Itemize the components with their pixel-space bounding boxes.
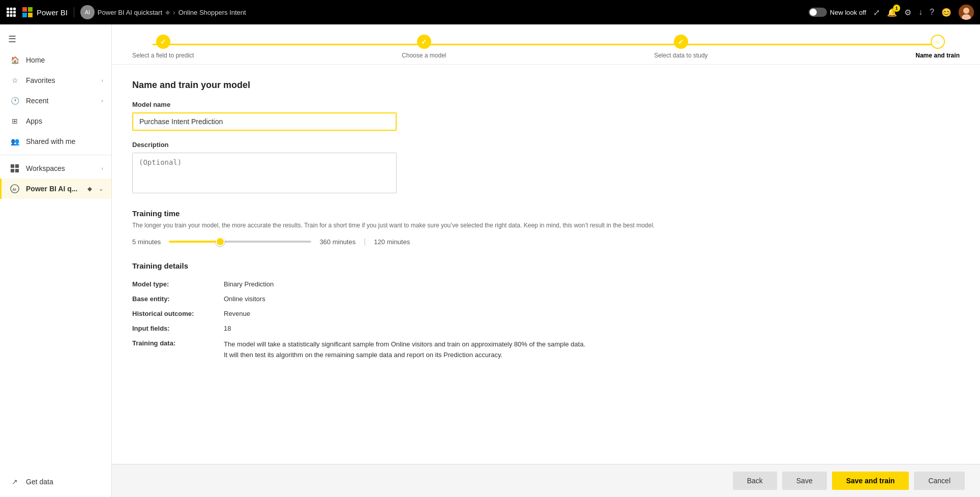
slider-max-label: 360 minutes xyxy=(319,238,355,246)
training-time-label: Training time xyxy=(132,209,960,218)
historical-outcome-key: Historical outcome: xyxy=(132,310,224,317)
svg-rect-16 xyxy=(11,164,14,168)
page-title: Name and train your model xyxy=(132,80,960,91)
svg-rect-7 xyxy=(10,14,13,17)
step-label-4: Name and train xyxy=(915,52,960,59)
model-type-key: Model type: xyxy=(132,280,224,288)
notification-badge: 1 xyxy=(893,5,900,12)
sidebar-item-get-data[interactable]: ↗ Get data xyxy=(0,472,111,492)
svg-rect-18 xyxy=(11,169,14,172)
settings-icon[interactable]: ⚙ xyxy=(904,8,911,17)
expand-icon[interactable]: ⤢ xyxy=(873,8,880,17)
step-label-1: Select a field to predict xyxy=(132,52,194,59)
step-select-field: ✓ Select a field to predict xyxy=(132,35,194,59)
toggle-knob xyxy=(810,9,817,16)
step-label-3: Select data to study xyxy=(654,52,707,59)
ai-icon: AI xyxy=(10,184,20,194)
svg-rect-17 xyxy=(15,164,19,168)
apps-icon: ⊞ xyxy=(10,116,20,126)
steps-row: ✓ Select a field to predict ✓ Choose a m… xyxy=(132,35,960,59)
download-icon[interactable]: ↓ xyxy=(918,8,923,17)
sidebar-item-workspaces-label: Workspaces xyxy=(26,164,95,172)
sidebar-item-workspaces[interactable]: Workspaces › xyxy=(0,158,111,179)
detail-row-input-fields: Input fields: 18 xyxy=(132,325,960,332)
ai-chevron-icon: ⌄ xyxy=(99,186,103,192)
content-area: ✓ Select a field to predict ✓ Choose a m… xyxy=(112,24,980,497)
sidebar-item-recent-label: Recent xyxy=(26,97,95,105)
step-label-2: Choose a model xyxy=(402,52,446,59)
slider-min-label: 5 minutes xyxy=(132,238,161,246)
base-entity-key: Base entity: xyxy=(132,295,224,303)
sidebar-item-shared-label: Shared with me xyxy=(26,137,103,145)
favorites-chevron-icon: › xyxy=(101,77,103,83)
input-fields-value: 18 xyxy=(224,325,231,332)
clock-icon: 🕐 xyxy=(10,96,20,106)
description-label: Description xyxy=(132,141,960,149)
user-avatar[interactable] xyxy=(959,5,974,20)
detail-row-historical-outcome: Historical outcome: Revenue xyxy=(132,310,960,317)
sidebar-top: ☰ 🏠 Home ☆ Favorites › 🕐 Recent › ⊞ Apps xyxy=(0,24,111,203)
description-textarea[interactable] xyxy=(132,153,397,193)
save-button[interactable]: Save xyxy=(782,472,827,490)
svg-point-14 xyxy=(963,8,969,14)
training-details-table: Model type: Binary Prediction Base entit… xyxy=(132,280,960,361)
sidebar-item-powerbi-ai[interactable]: AI Power BI AI q... ◆ ⌄ xyxy=(0,179,111,199)
sidebar-item-apps[interactable]: ⊞ Apps xyxy=(0,111,111,131)
step-name-train: ○ Name and train xyxy=(915,35,960,59)
breadcrumb-item: Online Shoppers Intent xyxy=(179,9,246,16)
training-data-value: The model will take a statistically sign… xyxy=(224,339,590,361)
slider-current-value: 120 minutes xyxy=(374,238,410,246)
sidebar-item-shared[interactable]: 👥 Shared with me xyxy=(0,131,111,152)
slider-row: 5 minutes 360 minutes | 120 minutes xyxy=(132,237,960,246)
feedback-icon[interactable]: 😊 xyxy=(941,8,952,17)
back-button[interactable]: Back xyxy=(733,472,777,490)
sidebar-divider xyxy=(0,155,111,155)
sidebar-item-get-data-label: Get data xyxy=(26,478,103,486)
model-type-value: Binary Prediction xyxy=(224,280,274,288)
base-entity-value: Online visitors xyxy=(224,295,265,303)
sidebar-item-favorites[interactable]: ☆ Favorites › xyxy=(0,70,111,91)
save-and-train-button[interactable]: Save and train xyxy=(832,472,909,490)
workspace-avatar: AI xyxy=(80,5,95,19)
breadcrumb-chevron: › xyxy=(173,8,175,16)
workspace-icon xyxy=(10,163,20,173)
sidebar-item-home[interactable]: 🏠 Home xyxy=(0,50,111,70)
model-name-label: Model name xyxy=(132,101,960,108)
notification-icon[interactable]: 🔔 1 xyxy=(887,8,897,17)
home-icon: 🏠 xyxy=(10,55,20,65)
sidebar-bottom: ↗ Get data xyxy=(0,466,111,497)
workspaces-chevron-icon: › xyxy=(101,165,103,171)
svg-rect-5 xyxy=(13,11,16,14)
sidebar-item-powerbi-ai-label: Power BI AI q... xyxy=(26,185,81,193)
apps-grid-icon[interactable] xyxy=(6,7,16,17)
svg-rect-11 xyxy=(22,13,27,17)
sidebar-item-apps-label: Apps xyxy=(26,117,103,125)
model-name-input[interactable] xyxy=(132,112,397,131)
svg-rect-10 xyxy=(28,7,33,12)
sidebar-item-home-label: Home xyxy=(26,56,103,64)
sidebar-item-recent[interactable]: 🕐 Recent › xyxy=(0,91,111,111)
step-choose-model: ✓ Choose a model xyxy=(402,35,446,59)
star-icon: ☆ xyxy=(10,75,20,85)
app-name: Power BI xyxy=(37,8,68,17)
breadcrumb: AI Power BI AI quickstart ◆ › Online Sho… xyxy=(80,5,803,19)
cancel-button[interactable]: Cancel xyxy=(914,472,965,490)
detail-row-base-entity: Base entity: Online visitors xyxy=(132,295,960,303)
hamburger-menu[interactable]: ☰ xyxy=(0,28,111,50)
get-data-icon: ↗ xyxy=(10,477,20,487)
help-icon[interactable]: ? xyxy=(930,8,934,17)
input-fields-key: Input fields: xyxy=(132,325,224,332)
diamond-icon: ◆ xyxy=(165,9,170,16)
breadcrumb-workspace: Power BI AI quickstart xyxy=(98,9,162,16)
training-details-label: Training details xyxy=(132,261,960,270)
training-time-slider[interactable] xyxy=(169,241,311,243)
topnav-right-controls: New look off ⤢ 🔔 1 ⚙ ↓ ? 😊 xyxy=(809,5,974,20)
sidebar: ☰ 🏠 Home ☆ Favorites › 🕐 Recent › ⊞ Apps xyxy=(0,24,112,497)
historical-outcome-value: Revenue xyxy=(224,310,250,317)
step-circle-1: ✓ xyxy=(156,35,170,49)
svg-text:AI: AI xyxy=(13,187,16,192)
svg-rect-8 xyxy=(13,14,16,17)
toggle-switch[interactable] xyxy=(809,8,827,17)
new-look-toggle[interactable]: New look off xyxy=(809,8,866,17)
detail-row-model-type: Model type: Binary Prediction xyxy=(132,280,960,288)
